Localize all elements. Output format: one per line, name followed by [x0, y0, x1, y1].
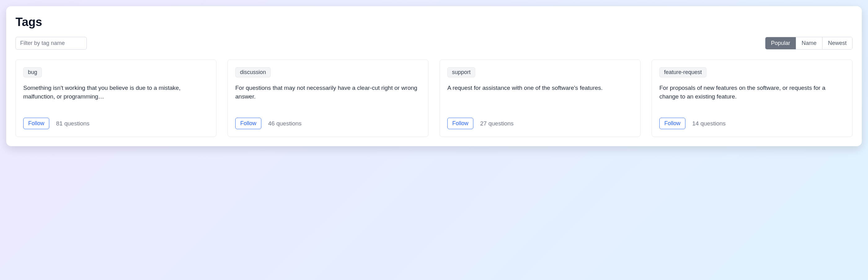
tag-description: For proposals of new features on the sof…	[659, 83, 845, 110]
tag-card: bug Something isn't working that you bel…	[16, 60, 216, 137]
tag-cards-grid: bug Something isn't working that you bel…	[16, 60, 852, 137]
card-footer: Follow 81 questions	[23, 118, 209, 129]
tag-pill-support[interactable]: support	[447, 67, 475, 77]
tag-description: A request for assistance with one of the…	[447, 83, 633, 110]
page-title: Tags	[16, 15, 852, 29]
follow-button[interactable]: Follow	[235, 118, 261, 129]
follow-button[interactable]: Follow	[23, 118, 49, 129]
tag-description: Something isn't working that you believe…	[23, 83, 209, 110]
card-footer: Follow 14 questions	[659, 118, 845, 129]
tag-pill-feature-request[interactable]: feature-request	[659, 67, 707, 77]
follow-button[interactable]: Follow	[659, 118, 685, 129]
tag-card: discussion For questions that may not ne…	[227, 60, 428, 137]
tag-card: support A request for assistance with on…	[440, 60, 641, 137]
sort-tab-popular[interactable]: Popular	[765, 37, 796, 49]
card-footer: Follow 27 questions	[447, 118, 633, 129]
sort-tab-newest[interactable]: Newest	[822, 37, 852, 49]
filter-input[interactable]	[16, 37, 87, 49]
tag-card: feature-request For proposals of new fea…	[652, 60, 852, 137]
tag-description: For questions that may not necessarily h…	[235, 83, 421, 110]
tags-panel: Tags Popular Name Newest bug Something i…	[6, 6, 862, 146]
tag-pill-discussion[interactable]: discussion	[235, 67, 271, 77]
card-footer: Follow 46 questions	[235, 118, 421, 129]
question-count: 46 questions	[268, 120, 302, 127]
question-count: 27 questions	[480, 120, 514, 127]
sort-tab-name[interactable]: Name	[796, 37, 822, 49]
question-count: 14 questions	[692, 120, 726, 127]
question-count: 81 questions	[56, 120, 90, 127]
follow-button[interactable]: Follow	[447, 118, 473, 129]
sort-tabs: Popular Name Newest	[765, 37, 852, 49]
tag-pill-bug[interactable]: bug	[23, 67, 42, 77]
controls-row: Popular Name Newest	[16, 37, 852, 49]
